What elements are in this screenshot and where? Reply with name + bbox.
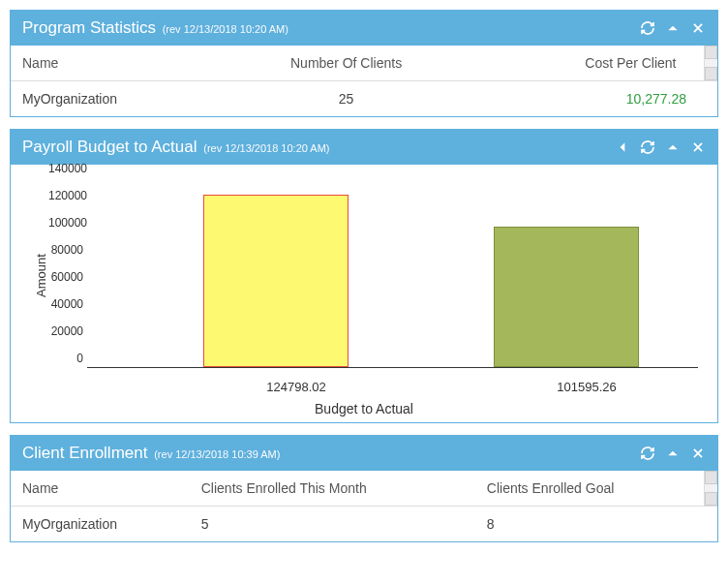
title-text: Client Enrollment: [22, 444, 147, 462]
ytick: 120000: [48, 189, 83, 202]
back-icon[interactable]: [615, 139, 630, 155]
panel-header: Client Enrollment (rev 12/13/2018 10:39 …: [11, 436, 717, 471]
panel-title: Payroll Budget to Actual (rev 12/13/2018…: [22, 138, 330, 157]
cell-cost: 10,277.28: [468, 81, 704, 117]
bar-budget: [203, 195, 349, 367]
xtick: 101595.26: [557, 380, 616, 394]
ytick: 40000: [48, 297, 83, 311]
program-statistics-panel: Program Statistics (rev 12/13/2018 10:20…: [10, 10, 718, 117]
ytick: 20000: [48, 324, 83, 338]
title-text: Program Statistics: [22, 18, 156, 37]
col-goal: Clients Enrolled Goal: [475, 471, 704, 507]
panel-header: Program Statistics (rev 12/13/2018 10:20…: [11, 11, 717, 46]
table-row: MyOrganization 25 10,277.28: [11, 81, 717, 117]
bar-actual: [494, 227, 639, 367]
panel-icons: [640, 20, 706, 36]
cell-name: MyOrganization: [11, 507, 190, 542]
cell-goal: 8: [475, 507, 704, 542]
collapse-icon[interactable]: [665, 446, 681, 461]
refresh-icon[interactable]: [640, 20, 655, 36]
collapse-icon[interactable]: [665, 139, 681, 155]
scrollbar[interactable]: [704, 471, 717, 507]
x-axis-label: Budget to Actual: [30, 401, 698, 416]
col-cost: Cost Per Client: [468, 46, 704, 81]
xtick: 124798.02: [266, 380, 325, 394]
panel-title: Client Enrollment (rev 12/13/2018 10:39 …: [22, 444, 280, 463]
col-month: Clients Enrolled This Month: [190, 471, 475, 507]
cell-name: MyOrganization: [11, 81, 225, 117]
close-icon[interactable]: [690, 20, 706, 36]
plot-area: 0 20000 40000 60000 80000 100000 120000 …: [48, 174, 698, 378]
stats-table: Name Number Of Clients Cost Per Client M…: [11, 46, 717, 116]
client-enrollment-panel: Client Enrollment (rev 12/13/2018 10:39 …: [10, 435, 718, 542]
ytick: 100000: [48, 216, 83, 230]
payroll-budget-panel: Payroll Budget to Actual (rev 12/13/2018…: [10, 129, 718, 423]
ytick: 140000: [48, 162, 83, 175]
refresh-icon[interactable]: [640, 139, 655, 155]
y-axis-label: Amount: [30, 174, 48, 378]
cell-month: 5: [190, 507, 475, 542]
col-clients: Number Of Clients: [225, 46, 469, 81]
revision-text: (rev 12/13/2018 10:20 AM): [163, 23, 288, 35]
cell-clients: 25: [225, 81, 469, 117]
close-icon[interactable]: [690, 446, 706, 461]
ytick: 80000: [48, 243, 83, 257]
revision-text: (rev 12/13/2018 10:20 AM): [203, 142, 329, 154]
col-name: Name: [11, 471, 190, 507]
table-row: MyOrganization 5 8: [11, 507, 717, 542]
scrollbar[interactable]: [704, 46, 717, 81]
panel-title: Program Statistics (rev 12/13/2018 10:20…: [22, 18, 288, 38]
panel-header: Payroll Budget to Actual (rev 12/13/2018…: [11, 130, 717, 165]
ytick: 0: [48, 352, 83, 365]
title-text: Payroll Budget to Actual: [22, 138, 197, 156]
refresh-icon[interactable]: [640, 446, 655, 461]
revision-text: (rev 12/13/2018 10:39 AM): [154, 448, 280, 460]
close-icon[interactable]: [690, 139, 706, 155]
col-name: Name: [11, 46, 225, 81]
chart: Amount 0 20000 40000 60000 80000 100000 …: [11, 165, 717, 422]
ytick: 60000: [48, 270, 83, 284]
panel-icons: [640, 446, 706, 461]
enroll-table: Name Clients Enrolled This Month Clients…: [11, 471, 717, 541]
collapse-icon[interactable]: [665, 20, 681, 36]
panel-icons: [615, 139, 706, 155]
